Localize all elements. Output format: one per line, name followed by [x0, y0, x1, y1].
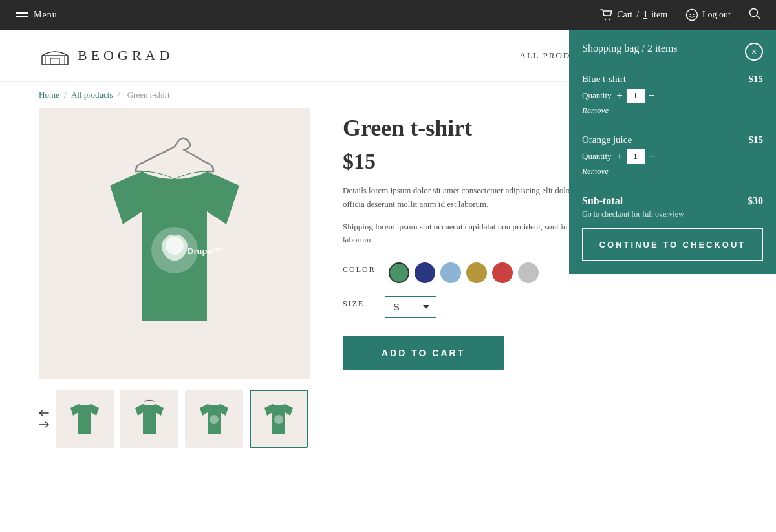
- qty-plus-btn[interactable]: +: [616, 90, 624, 101]
- subtotal-row: Sub-total $30: [582, 195, 763, 207]
- cart-overlay-title-text: Shopping bag / 2 items: [582, 43, 678, 54]
- svg-rect-8: [50, 58, 59, 65]
- color-swatch-red[interactable]: [492, 262, 513, 283]
- size-section: SIZE XS S M L XL: [343, 296, 737, 318]
- cart-count: 1: [643, 10, 647, 20]
- breadcrumb-sep-1: /: [64, 90, 69, 100]
- size-select[interactable]: XS S M L XL: [385, 296, 436, 318]
- thumbnail-2[interactable]: [120, 390, 178, 448]
- subtotal-note: Go to checkout for full overview: [582, 209, 763, 219]
- cart-item-name-2: Orange juice: [582, 134, 632, 145]
- tshirt-svg: Drupal™: [71, 127, 278, 360]
- color-swatch-green[interactable]: [389, 262, 409, 283]
- color-swatch-olive[interactable]: [466, 262, 487, 283]
- thumbnail-3[interactable]: [185, 390, 243, 448]
- breadcrumb-current: Green t-shirt: [127, 90, 170, 100]
- svg-point-2: [687, 10, 698, 21]
- cart-item-orange-juice: Orange juice $15 Quantity + 1 − Remove: [582, 134, 763, 186]
- color-swatch-gray[interactable]: [518, 262, 539, 283]
- cart-item-blue-tshirt: Blue t-shirt $15 Quantity + 1 − Remove: [582, 74, 763, 125]
- qty-controls-2: + 1 −: [616, 149, 656, 164]
- cart-item-price-2: $15: [749, 134, 764, 145]
- cart-item-unit: item: [651, 10, 667, 20]
- topbar-right: Cart / 1 item Log out: [600, 8, 760, 22]
- color-swatch-navy[interactable]: [415, 262, 435, 283]
- color-options: [389, 262, 539, 283]
- menu-area[interactable]: Menu: [16, 10, 58, 20]
- subtotal-label: Sub-total: [582, 195, 623, 207]
- thumbnail-1[interactable]: [56, 390, 114, 448]
- logo-icon: [39, 43, 71, 69]
- breadcrumb-sep-2: /: [118, 90, 122, 100]
- cart-close-button[interactable]: ×: [745, 43, 763, 61]
- cart-overlay: Shopping bag / 2 items × Blue t-shirt $1…: [569, 30, 776, 274]
- cart-overlay-sep: /: [641, 43, 647, 54]
- size-label: SIZE: [343, 299, 364, 309]
- prev-arrow-icon[interactable]: [39, 410, 49, 416]
- logo-area[interactable]: BEOGRAD: [39, 43, 173, 69]
- cart-area[interactable]: Cart / 1 item: [600, 9, 667, 21]
- svg-line-6: [757, 16, 760, 19]
- cart-quantity-row-2: Quantity + 1 −: [582, 149, 763, 164]
- cart-item-name: Blue t-shirt: [582, 74, 626, 85]
- breadcrumb-home[interactable]: Home: [39, 90, 59, 100]
- thumbnails-row: [39, 390, 310, 448]
- main-product-image: Drupal™: [39, 108, 310, 379]
- cart-item-price: $15: [749, 74, 764, 85]
- qty-label: Quantity: [582, 90, 612, 101]
- svg-text:Drupal™: Drupal™: [188, 246, 222, 256]
- checkout-button[interactable]: CONTINUE TO CHECKOUT: [582, 228, 763, 261]
- cart-label: Cart: [617, 10, 632, 20]
- color-swatch-blue[interactable]: [440, 262, 461, 283]
- logout-area[interactable]: Log out: [685, 8, 731, 21]
- remove-link[interactable]: Remove: [582, 105, 763, 116]
- qty-controls: + 1 −: [616, 89, 656, 103]
- smiley-icon: [685, 8, 698, 21]
- next-arrow-icon[interactable]: [39, 421, 49, 428]
- hamburger-icon[interactable]: [16, 12, 28, 17]
- svg-point-1: [609, 19, 610, 20]
- cart-quantity-row: Quantity + 1 −: [582, 89, 763, 103]
- qty-minus-btn[interactable]: −: [647, 90, 656, 101]
- menu-label: Menu: [34, 10, 58, 20]
- cart-item-row-2: Orange juice $15: [582, 134, 763, 145]
- svg-point-3: [690, 14, 691, 15]
- qty-plus-btn-2[interactable]: +: [616, 151, 624, 162]
- cart-item-row: Blue t-shirt $15: [582, 74, 763, 85]
- search-area[interactable]: [749, 8, 760, 22]
- qty-minus-btn-2[interactable]: −: [647, 151, 656, 162]
- cart-overlay-header: Shopping bag / 2 items ×: [582, 43, 763, 61]
- color-label: COLOR: [343, 265, 376, 275]
- svg-point-4: [693, 14, 695, 15]
- svg-point-14: [210, 415, 219, 424]
- image-gallery: Drupal™: [39, 108, 310, 448]
- logout-label: Log out: [702, 10, 731, 20]
- add-to-cart-button[interactable]: ADD TO CART: [343, 336, 504, 370]
- qty-value: 1: [627, 89, 645, 103]
- qty-label-2: Quantity: [582, 151, 612, 162]
- cart-overlay-title: Shopping bag / 2 items: [582, 43, 678, 54]
- remove-link-2[interactable]: Remove: [582, 166, 763, 176]
- thumb-nav[interactable]: [39, 410, 49, 428]
- search-icon: [749, 8, 760, 19]
- subtotal-amount: $30: [748, 195, 763, 207]
- svg-point-15: [274, 415, 283, 424]
- svg-rect-7: [42, 56, 68, 65]
- thumbnail-4[interactable]: [250, 390, 308, 448]
- cart-icon: [600, 9, 613, 21]
- qty-value-2: 1: [627, 149, 645, 164]
- breadcrumb-all-products[interactable]: All products: [71, 90, 113, 100]
- svg-point-0: [605, 19, 606, 20]
- logo-text: BEOGRAD: [78, 47, 173, 64]
- topbar: Menu Cart / 1 item Log out: [0, 0, 776, 30]
